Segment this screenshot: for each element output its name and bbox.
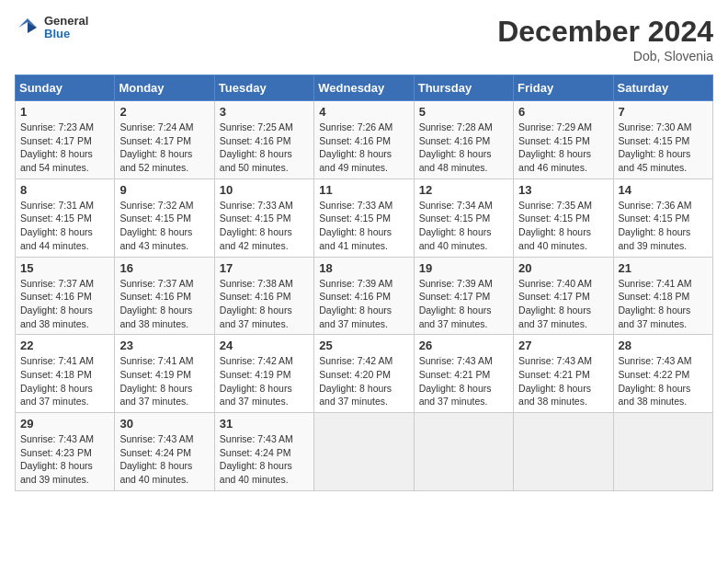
table-row [613, 413, 712, 491]
day-number: 26 [419, 339, 508, 352]
title-block: December 2024 Dob, Slovenia [497, 15, 713, 63]
col-sunday: Sunday [16, 75, 115, 101]
day-number: 1 [20, 105, 109, 119]
table-row: 22 Sunrise: 7:41 AM Sunset: 4:18 PM Dayl… [16, 335, 115, 413]
day-number: 27 [518, 339, 608, 352]
day-number: 10 [220, 183, 309, 197]
page-title: December 2024 [497, 15, 713, 49]
day-info: Sunrise: 7:37 AM Sunset: 4:16 PM Dayligh… [119, 277, 209, 331]
table-row: 19 Sunrise: 7:39 AM Sunset: 4:17 PM Dayl… [414, 257, 513, 335]
table-row: 5 Sunrise: 7:28 AM Sunset: 4:16 PM Dayli… [414, 101, 513, 179]
page-header: General Blue December 2024 Dob, Slovenia [15, 15, 713, 63]
calendar-table: Sunday Monday Tuesday Wednesday Thursday… [15, 75, 713, 491]
table-row: 31 Sunrise: 7:43 AM Sunset: 4:24 PM Dayl… [214, 413, 313, 491]
table-row: 18 Sunrise: 7:39 AM Sunset: 4:16 PM Dayl… [314, 257, 414, 335]
day-info: Sunrise: 7:28 AM Sunset: 4:16 PM Dayligh… [419, 121, 508, 175]
day-info: Sunrise: 7:32 AM Sunset: 4:15 PM Dayligh… [119, 199, 209, 253]
table-row: 8 Sunrise: 7:31 AM Sunset: 4:15 PM Dayli… [16, 178, 115, 257]
table-row: 28 Sunrise: 7:43 AM Sunset: 4:22 PM Dayl… [613, 335, 712, 413]
day-info: Sunrise: 7:29 AM Sunset: 4:15 PM Dayligh… [518, 121, 608, 175]
day-info: Sunrise: 7:42 AM Sunset: 4:19 PM Dayligh… [220, 354, 309, 408]
day-info: Sunrise: 7:25 AM Sunset: 4:16 PM Dayligh… [220, 121, 309, 175]
day-info: Sunrise: 7:43 AM Sunset: 4:23 PM Dayligh… [20, 432, 109, 487]
col-friday: Friday [514, 75, 613, 101]
col-monday: Monday [115, 75, 214, 101]
table-row: 3 Sunrise: 7:25 AM Sunset: 4:16 PM Dayli… [214, 101, 313, 179]
day-number: 8 [20, 183, 109, 197]
day-number: 9 [119, 183, 209, 197]
day-info: Sunrise: 7:33 AM Sunset: 4:15 PM Dayligh… [319, 199, 408, 253]
day-info: Sunrise: 7:38 AM Sunset: 4:16 PM Dayligh… [220, 277, 309, 331]
day-info: Sunrise: 7:26 AM Sunset: 4:16 PM Dayligh… [319, 121, 408, 175]
logo-text: General Blue [44, 15, 88, 41]
table-row: 4 Sunrise: 7:26 AM Sunset: 4:16 PM Dayli… [314, 101, 414, 179]
day-number: 24 [220, 339, 309, 352]
day-number: 18 [319, 261, 408, 275]
day-number: 25 [319, 339, 408, 352]
table-row: 20 Sunrise: 7:40 AM Sunset: 4:17 PM Dayl… [514, 257, 613, 335]
day-info: Sunrise: 7:37 AM Sunset: 4:16 PM Dayligh… [20, 277, 109, 331]
calendar-header-row: Sunday Monday Tuesday Wednesday Thursday… [16, 75, 713, 101]
day-info: Sunrise: 7:43 AM Sunset: 4:24 PM Dayligh… [220, 432, 309, 487]
table-row: 14 Sunrise: 7:36 AM Sunset: 4:15 PM Dayl… [613, 178, 712, 257]
day-number: 2 [119, 105, 209, 119]
day-number: 12 [419, 183, 508, 197]
day-number: 21 [619, 261, 708, 275]
day-number: 16 [119, 261, 209, 275]
day-info: Sunrise: 7:34 AM Sunset: 4:15 PM Dayligh… [419, 199, 508, 253]
day-info: Sunrise: 7:43 AM Sunset: 4:24 PM Dayligh… [119, 432, 209, 487]
day-info: Sunrise: 7:43 AM Sunset: 4:21 PM Dayligh… [518, 354, 608, 408]
table-row: 7 Sunrise: 7:30 AM Sunset: 4:15 PM Dayli… [613, 101, 712, 179]
table-row: 27 Sunrise: 7:43 AM Sunset: 4:21 PM Dayl… [514, 335, 613, 413]
table-row: 11 Sunrise: 7:33 AM Sunset: 4:15 PM Dayl… [314, 178, 414, 257]
day-number: 11 [319, 183, 408, 197]
day-number: 29 [20, 417, 109, 431]
day-number: 3 [220, 105, 309, 119]
table-row [414, 413, 513, 491]
table-row [514, 413, 613, 491]
table-row: 12 Sunrise: 7:34 AM Sunset: 4:15 PM Dayl… [414, 178, 513, 257]
day-info: Sunrise: 7:30 AM Sunset: 4:15 PM Dayligh… [619, 121, 708, 175]
day-number: 22 [20, 339, 109, 352]
logo-blue: Blue [44, 28, 88, 40]
table-row: 24 Sunrise: 7:42 AM Sunset: 4:19 PM Dayl… [214, 335, 313, 413]
table-row: 15 Sunrise: 7:37 AM Sunset: 4:16 PM Dayl… [16, 257, 115, 335]
day-number: 31 [220, 417, 309, 431]
day-info: Sunrise: 7:41 AM Sunset: 4:18 PM Dayligh… [619, 277, 708, 331]
day-number: 28 [619, 339, 708, 352]
day-info: Sunrise: 7:43 AM Sunset: 4:22 PM Dayligh… [619, 354, 708, 408]
day-info: Sunrise: 7:31 AM Sunset: 4:15 PM Dayligh… [20, 199, 109, 253]
table-row: 2 Sunrise: 7:24 AM Sunset: 4:17 PM Dayli… [115, 101, 214, 179]
col-wednesday: Wednesday [314, 75, 414, 101]
day-info: Sunrise: 7:23 AM Sunset: 4:17 PM Dayligh… [20, 121, 109, 175]
table-row: 17 Sunrise: 7:38 AM Sunset: 4:16 PM Dayl… [214, 257, 313, 335]
day-info: Sunrise: 7:39 AM Sunset: 4:16 PM Dayligh… [319, 277, 408, 331]
table-row: 9 Sunrise: 7:32 AM Sunset: 4:15 PM Dayli… [115, 178, 214, 257]
day-info: Sunrise: 7:24 AM Sunset: 4:17 PM Dayligh… [119, 121, 209, 175]
col-saturday: Saturday [613, 75, 712, 101]
table-row: 6 Sunrise: 7:29 AM Sunset: 4:15 PM Dayli… [514, 101, 613, 179]
day-number: 15 [20, 261, 109, 275]
table-row: 10 Sunrise: 7:33 AM Sunset: 4:15 PM Dayl… [214, 178, 313, 257]
day-info: Sunrise: 7:42 AM Sunset: 4:20 PM Dayligh… [319, 354, 408, 408]
table-row: 21 Sunrise: 7:41 AM Sunset: 4:18 PM Dayl… [613, 257, 712, 335]
day-info: Sunrise: 7:43 AM Sunset: 4:21 PM Dayligh… [419, 354, 508, 408]
day-number: 7 [619, 105, 708, 119]
day-info: Sunrise: 7:35 AM Sunset: 4:15 PM Dayligh… [518, 199, 608, 253]
day-info: Sunrise: 7:36 AM Sunset: 4:15 PM Dayligh… [619, 199, 708, 253]
day-info: Sunrise: 7:33 AM Sunset: 4:15 PM Dayligh… [220, 199, 309, 253]
day-number: 4 [319, 105, 408, 119]
day-info: Sunrise: 7:41 AM Sunset: 4:18 PM Dayligh… [20, 354, 109, 408]
day-info: Sunrise: 7:41 AM Sunset: 4:19 PM Dayligh… [119, 354, 209, 408]
table-row: 16 Sunrise: 7:37 AM Sunset: 4:16 PM Dayl… [115, 257, 214, 335]
table-row: 23 Sunrise: 7:41 AM Sunset: 4:19 PM Dayl… [115, 335, 214, 413]
day-number: 5 [419, 105, 508, 119]
day-number: 17 [220, 261, 309, 275]
day-number: 30 [119, 417, 209, 431]
col-thursday: Thursday [414, 75, 513, 101]
table-row: 30 Sunrise: 7:43 AM Sunset: 4:24 PM Dayl… [115, 413, 214, 491]
day-info: Sunrise: 7:40 AM Sunset: 4:17 PM Dayligh… [518, 277, 608, 331]
table-row: 26 Sunrise: 7:43 AM Sunset: 4:21 PM Dayl… [414, 335, 513, 413]
table-row: 25 Sunrise: 7:42 AM Sunset: 4:20 PM Dayl… [314, 335, 414, 413]
table-row: 29 Sunrise: 7:43 AM Sunset: 4:23 PM Dayl… [16, 413, 115, 491]
